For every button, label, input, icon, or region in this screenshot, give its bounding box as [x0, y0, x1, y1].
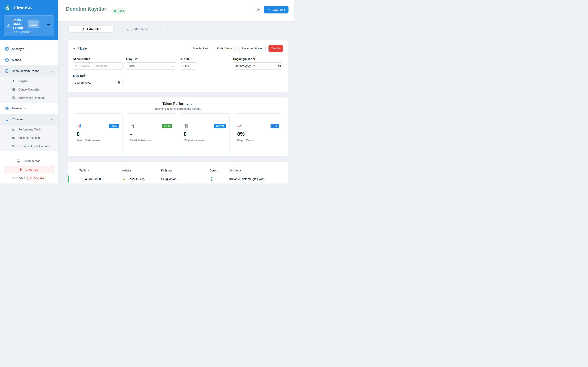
users-icon — [12, 136, 15, 140]
stat-card-customer-coverage: +3 yeni 0 Müşteri Kapsamı — [180, 113, 230, 153]
calendar-icon — [5, 58, 9, 62]
stat-badge: +2% — [270, 124, 279, 128]
activity-table-panel: Tarih Aktivite Kullanıcı Durum Açıklama — [68, 162, 288, 184]
version-text: v3.2.10-fe.8 — [12, 177, 25, 180]
sidebar-footer: Sistem teması Çıkış Yap v3.2.10-fe.8 Gün… — [0, 156, 58, 184]
sidebar-item-agenda[interactable]: Ajanda — [0, 54, 58, 66]
list-icon — [12, 88, 15, 91]
clipboard-check-icon — [5, 69, 9, 73]
sidebar-item-management[interactable]: Yönetim — [0, 114, 58, 125]
sidebar-item-label: Kullanıcı Yönetimi — [18, 136, 41, 140]
download-icon — [268, 8, 271, 11]
tab-activities[interactable]: Aktiviteler — [69, 26, 113, 33]
table-row[interactable]: 21.04.2026 22:08 Başarılı Giriş Sevgi As… — [68, 174, 288, 184]
stat-label: En Aktif Kullanıcı — [130, 139, 172, 142]
management-submenu: Performans Takibi Kullanıcı Yönetimi — [0, 125, 58, 151]
end-date-input[interactable]: dd.mm.yyyy, --:-- — [73, 79, 123, 86]
main-area: Denetim Kayıtları Canlı — [58, 0, 294, 184]
column-header-label: Kullanıcı — [161, 169, 172, 172]
stat-badge: +15% — [109, 124, 119, 128]
start-date-input[interactable]: dd.mm.yyyy, --:-- — [233, 62, 283, 69]
refresh-icon — [29, 177, 32, 180]
notifications-bell-icon[interactable] — [47, 22, 51, 26]
csv-download-button[interactable]: CSV İndir — [264, 6, 288, 13]
table-header-row: Tarih Aktivite Kullanıcı Durum Açıklama — [68, 167, 288, 174]
sidebar-nav: Anasayfa Ajanda Saha Gözlem Raporu — [0, 40, 58, 156]
refresh-button[interactable] — [254, 6, 262, 13]
column-header-label: Tarih — [79, 169, 86, 172]
quick-filter-failed-logins-button[interactable]: Başarısız Girişler — [238, 45, 266, 52]
sidebar-item-label: Firmalarım — [12, 107, 26, 110]
status-select[interactable]: Tümü — [180, 62, 198, 69]
column-header-label: Açıklama — [229, 169, 241, 172]
status-field: Durum Tümü — [180, 57, 230, 69]
user-name: Demo OSGB Yönetici — [12, 18, 25, 30]
check-circle-icon — [209, 177, 229, 181]
sidebar-item-archived-reports[interactable]: Arşivlenmiş Raporlar — [0, 94, 58, 102]
sidebar-item-user-management[interactable]: Kullanıcı Yönetimi — [0, 133, 58, 142]
stat-card-success-rate: +2% 0% Başarı Oranı — [233, 113, 283, 153]
event-type-value: Tümü — [129, 64, 136, 67]
start-date-value: dd.mm.yyyy, --:-- — [235, 64, 257, 67]
sidebar-item-home[interactable]: Anasayfa — [0, 43, 58, 54]
sidebar-header: First İSG Demo OSGB Yönetici Kurum Yetki… — [0, 0, 58, 40]
column-header-description: Açıklama — [229, 169, 288, 172]
update-button[interactable]: Güncelle — [27, 176, 46, 181]
clear-filters-button[interactable]: Temizle — [268, 45, 283, 52]
role-badge: Kurum Yetkilisi — [27, 20, 39, 28]
calendar-icon[interactable] — [278, 64, 281, 67]
system-theme-toggle[interactable]: Sistem teması — [4, 159, 54, 163]
stat-label: Müşteri Kapsamı — [184, 139, 226, 142]
brand-logo-icon — [4, 4, 12, 12]
event-type-select[interactable]: Tümü — [126, 62, 176, 69]
dashboard-grid-icon — [5, 47, 9, 51]
brand-name: First İSG — [14, 6, 32, 10]
field-report-submenu: Oluştur Güncel Raporlar Arşivlenmiş Rapo… — [0, 76, 58, 103]
page-title: Denetim Kayıtları — [66, 6, 108, 12]
stat-value: - — [130, 131, 172, 137]
column-header-label: Aktivite — [122, 169, 131, 172]
shield-icon — [5, 117, 9, 121]
logout-button[interactable]: Çıkış Yap — [4, 166, 54, 173]
sidebar-item-companies[interactable]: Firmalarım — [0, 103, 58, 114]
sidebar-item-current-reports[interactable]: Güncel Raporlar — [0, 85, 58, 94]
sidebar-item-expert-assignment[interactable]: Uzman / Hekim Ataması — [0, 142, 58, 150]
runner-emoji-icon — [130, 124, 135, 128]
column-header-status: Durum — [209, 169, 229, 172]
calendar-icon[interactable] — [117, 81, 121, 84]
sidebar-item-performance-tracking[interactable]: Performans Takibi — [0, 125, 58, 133]
status-label: Durum — [180, 57, 230, 60]
row-description: Kullanıcı sisteme giriş yaptı — [229, 177, 288, 181]
bar-chart-emoji-icon — [77, 124, 81, 128]
stat-value: 0 — [184, 131, 226, 137]
sidebar-item-label: Saha Gözlem Raporu — [12, 69, 40, 73]
row-date: 21.04.2026 22:08 — [79, 177, 122, 181]
user-icon — [6, 24, 11, 34]
tab-activities-label: Aktiviteler — [86, 27, 101, 31]
column-header-user: Kullanıcı — [161, 169, 209, 172]
refresh-icon — [256, 8, 260, 12]
team-performance-title: Takım Performansı — [73, 102, 283, 106]
tab-performance[interactable]: Performans — [113, 26, 160, 33]
search-label: Genel Arama — [73, 57, 123, 60]
bar-chart-icon — [12, 128, 15, 131]
monitor-icon — [17, 159, 20, 163]
event-type-field: Olay Tipi Tümü — [126, 57, 176, 69]
building-icon — [5, 106, 9, 110]
filters-collapse-toggle[interactable]: Filtreler — [73, 47, 88, 50]
live-label: Canlı — [117, 9, 124, 12]
quick-filter-critical-events-button[interactable]: Kritik Olaylar — [214, 45, 236, 52]
activity-label: Başarılı Giriş — [128, 177, 145, 181]
user-card: Demo OSGB Yönetici Kurum Yetkilisi +9055… — [4, 16, 54, 36]
status-value: Tümü — [182, 64, 189, 67]
sidebar-item-field-report[interactable]: Saha Gözlem Raporu — [0, 66, 58, 76]
tab-performance-label: Performans — [131, 27, 147, 31]
column-header-date[interactable]: Tarih — [79, 169, 122, 172]
sidebar-item-create[interactable]: Oluştur — [0, 77, 58, 85]
document-icon — [81, 27, 85, 31]
user-check-icon — [12, 144, 15, 148]
team-performance-panel: Takım Performansı Takımınızın genel perf… — [68, 98, 288, 156]
search-input[interactable] — [80, 64, 121, 67]
quick-filter-last-24h-button[interactable]: Son 24 Saat — [190, 45, 211, 52]
chevron-down-icon — [192, 65, 195, 67]
